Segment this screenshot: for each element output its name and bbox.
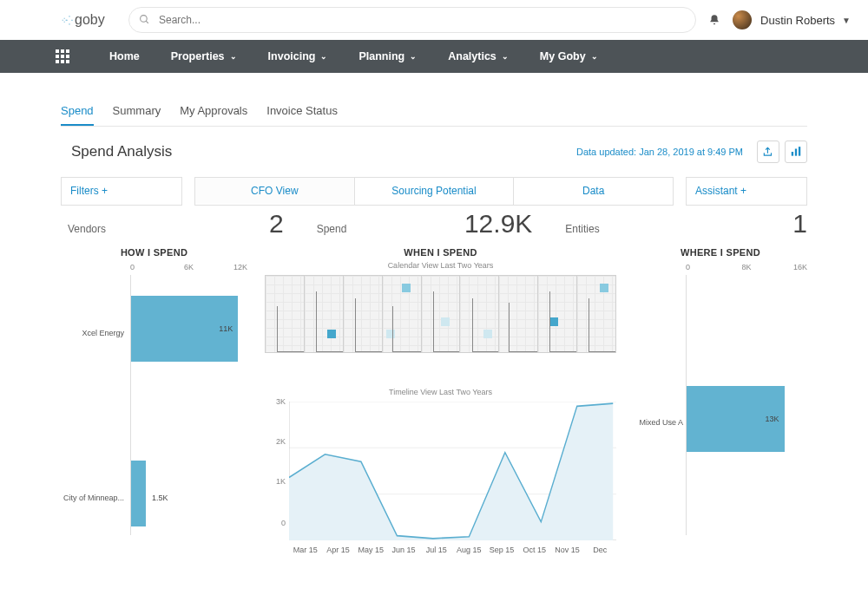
where-spend-title: WHERE I SPEND <box>634 247 807 258</box>
chart-button[interactable] <box>785 141 807 163</box>
when-spend-title: WHEN I SPEND <box>265 247 616 258</box>
svg-point-0 <box>141 16 148 23</box>
bar-mixed[interactable]: 13K <box>687 386 785 452</box>
svg-rect-3 <box>795 149 797 156</box>
title-row: Spend Analysis Data updated: Jan 28, 201… <box>71 141 807 163</box>
chevron-down-icon: ⌄ <box>320 52 327 61</box>
how-spend-bars: Xcel Energy 11K City of Minneap... 1.5K <box>130 275 247 535</box>
svg-rect-2 <box>792 152 793 156</box>
when-spend-panel: WHEN I SPEND Calendar View Last Two Year… <box>265 247 616 558</box>
stat-vendors: Vendors 2 <box>61 209 310 239</box>
charts-row: HOW I SPEND 06K12K Xcel Energy 11K City … <box>61 247 807 558</box>
bar-label-minneap: City of Minneap... <box>62 494 124 502</box>
timeline-yaxis: 3K 2K 1K 0 <box>265 402 289 523</box>
stat-spend: Spend 12.9K <box>310 209 559 239</box>
data-updated: Data updated: Jan 28, 2019 at 9:49 PM <box>576 147 743 157</box>
toolbar: Filters + CFO View Sourcing Potential Da… <box>61 177 807 206</box>
bar-minneap[interactable] <box>131 461 146 526</box>
where-spend-axis: 08K16K <box>686 263 807 271</box>
chevron-down-icon: ⌄ <box>230 52 237 61</box>
chevron-down-icon: ⌄ <box>502 52 509 61</box>
how-spend-title: HOW I SPEND <box>61 247 247 258</box>
where-spend-panel: WHERE I SPEND 08K16K Mixed Use A 13K <box>634 247 807 558</box>
topbar: ⁘⁛ goby Dustin Roberts ▼ <box>0 0 868 40</box>
nav-properties[interactable]: Properties⌄ <box>155 40 253 73</box>
nav-mygoby[interactable]: My Goby⌄ <box>524 40 614 73</box>
how-spend-axis: 06K12K <box>130 263 247 271</box>
assistant-button[interactable]: Assistant + <box>686 177 807 206</box>
where-spend-chart: 08K16K Mixed Use A 13K <box>634 263 807 558</box>
page-tabs: Spend Summary My Approvals Invoice Statu… <box>61 99 807 127</box>
tab-invoice-status[interactable]: Invoice Status <box>266 99 338 126</box>
search-wrapper <box>128 7 696 33</box>
where-spend-bars: Mixed Use A 13K <box>686 275 807 535</box>
page-title: Spend Analysis <box>71 143 172 160</box>
brand-logo: ⁘⁛ goby <box>61 12 113 28</box>
logo-dots-icon: ⁘⁛ <box>61 16 71 25</box>
bar-chart-icon <box>790 146 802 158</box>
how-spend-panel: HOW I SPEND 06K12K Xcel Energy 11K City … <box>61 247 247 558</box>
bar-label-mixed: Mixed Use A <box>636 418 683 427</box>
stat-entities: Entities 1 <box>558 209 807 239</box>
share-button[interactable] <box>757 141 779 163</box>
nav-analytics[interactable]: Analytics⌄ <box>432 40 524 73</box>
nav-home[interactable]: Home <box>94 40 155 73</box>
svg-line-1 <box>146 21 148 23</box>
brand-name: goby <box>75 12 105 28</box>
navbar: Home Properties⌄ Invoicing⌄ Planning⌄ An… <box>0 40 868 73</box>
user-menu-chevron-icon[interactable]: ▼ <box>842 16 851 25</box>
tab-spend[interactable]: Spend <box>61 99 94 126</box>
view-tabs: CFO View Sourcing Potential Data <box>194 177 674 206</box>
how-spend-chart: 06K12K Xcel Energy 11K City of Minneap..… <box>61 263 247 558</box>
view-sourcing[interactable]: Sourcing Potential <box>354 178 514 205</box>
share-icon <box>762 146 774 158</box>
svg-rect-4 <box>799 147 800 156</box>
nav-planning[interactable]: Planning⌄ <box>343 40 432 73</box>
search-icon <box>139 14 150 25</box>
timeline-svg[interactable] <box>289 402 616 540</box>
stats-row: Vendors 2 Spend 12.9K Entities 1 <box>61 209 807 239</box>
calendar-heatmap[interactable] <box>265 275 616 353</box>
timeline-xaxis: Mar 15Apr 15May 15Jun 15Jul 15Aug 15Sep … <box>289 546 616 554</box>
nav-invoicing[interactable]: Invoicing⌄ <box>253 40 344 73</box>
chevron-down-icon: ⌄ <box>591 52 598 61</box>
bar-label-xcel: Xcel Energy <box>62 329 124 337</box>
view-data[interactable]: Data <box>513 178 673 205</box>
bar-minneap-value: 1.5K <box>152 494 168 502</box>
filters-button[interactable]: Filters + <box>61 177 182 206</box>
timeline-chart: Timeline View Last Two Years 3K 2K 1K 0 <box>265 388 616 554</box>
user-name[interactable]: Dustin Roberts <box>760 14 835 27</box>
page-content: Spend Summary My Approvals Invoice Statu… <box>0 73 868 575</box>
search-input[interactable] <box>128 7 696 33</box>
tab-approvals[interactable]: My Approvals <box>180 99 247 126</box>
bell-icon[interactable] <box>708 14 720 26</box>
tab-summary[interactable]: Summary <box>113 99 161 126</box>
apps-grid-icon[interactable] <box>56 49 69 63</box>
view-cfo[interactable]: CFO View <box>195 178 354 205</box>
timeline-title: Timeline View Last Two Years <box>265 388 616 396</box>
avatar[interactable] <box>733 10 752 29</box>
chevron-down-icon: ⌄ <box>410 52 417 61</box>
bar-xcel[interactable]: 11K <box>131 296 238 362</box>
when-spend-subtitle: Calendar View Last Two Years <box>265 261 616 270</box>
